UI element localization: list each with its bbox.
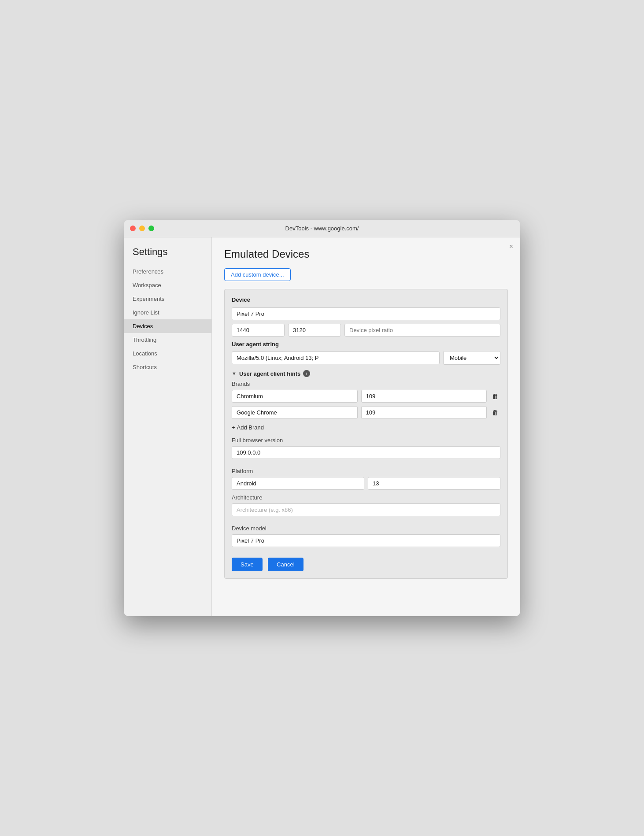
ua-type-select[interactable]: Mobile Desktop Tablet	[443, 351, 500, 365]
page-title: Emulated Devices	[224, 248, 508, 260]
device-section-label: Device	[232, 296, 500, 303]
delete-brand-button-0[interactable]: 🗑	[490, 391, 500, 402]
device-panel: Device User agent string Mobile Deskt	[224, 289, 508, 579]
window-body: Settings Preferences Workspace Experimen…	[124, 237, 520, 616]
devtools-window: DevTools - www.google.com/ Settings Pref…	[124, 220, 520, 616]
ua-string-label: User agent string	[232, 341, 500, 348]
sidebar-item-throttling[interactable]: Throttling	[124, 333, 211, 347]
full-browser-version-input[interactable]	[232, 446, 500, 459]
brand-version-input-1[interactable]	[361, 406, 487, 419]
device-name-input[interactable]	[232, 307, 500, 320]
client-hints-header[interactable]: ▼ User agent client hints i	[232, 370, 500, 377]
sidebar: Settings Preferences Workspace Experimen…	[124, 237, 212, 616]
close-window-button[interactable]: ×	[509, 243, 513, 251]
info-icon[interactable]: i	[303, 370, 310, 377]
add-brand-button[interactable]: + Add Brand	[232, 422, 264, 433]
traffic-lights	[130, 226, 154, 231]
ua-row: Mobile Desktop Tablet	[232, 351, 500, 365]
client-hints-label: User agent client hints	[239, 370, 300, 377]
height-input[interactable]	[288, 324, 341, 337]
main-content: × Emulated Devices Add custom device... …	[212, 237, 520, 616]
titlebar: DevTools - www.google.com/	[124, 220, 520, 237]
platform-row	[232, 477, 500, 490]
ua-string-input[interactable]	[232, 351, 440, 364]
pixel-ratio-input[interactable]	[344, 324, 500, 337]
add-custom-device-button[interactable]: Add custom device...	[224, 268, 291, 281]
brands-label: Brands	[232, 381, 500, 387]
architecture-label: Architecture	[232, 494, 500, 501]
sidebar-item-workspace[interactable]: Workspace	[124, 278, 211, 292]
cancel-button[interactable]: Cancel	[268, 558, 303, 571]
width-input[interactable]	[232, 324, 285, 337]
plus-icon: +	[232, 424, 235, 431]
close-button[interactable]	[130, 226, 136, 231]
add-brand-label: Add Brand	[237, 424, 264, 431]
platform-version-input[interactable]	[368, 477, 500, 490]
sidebar-item-shortcuts[interactable]: Shortcuts	[124, 360, 211, 374]
full-browser-version-label: Full browser version	[232, 437, 500, 444]
sidebar-item-preferences[interactable]: Preferences	[124, 265, 211, 278]
action-buttons: Save Cancel	[232, 558, 500, 571]
fullscreen-button[interactable]	[148, 226, 154, 231]
minimize-button[interactable]	[139, 226, 145, 231]
platform-label: Platform	[232, 468, 500, 474]
device-model-label: Device model	[232, 525, 500, 532]
window-title: DevTools - www.google.com/	[285, 225, 359, 232]
delete-brand-button-1[interactable]: 🗑	[490, 407, 500, 418]
sidebar-item-devices[interactable]: Devices	[124, 319, 211, 333]
sidebar-title: Settings	[124, 246, 211, 265]
brand-row-1: 🗑	[232, 406, 500, 419]
sidebar-item-experiments[interactable]: Experiments	[124, 292, 211, 306]
device-model-input[interactable]	[232, 534, 500, 547]
dimensions-row	[232, 324, 500, 337]
chevron-down-icon: ▼	[232, 371, 237, 376]
brand-version-input-0[interactable]	[361, 390, 487, 403]
brand-name-input-0[interactable]	[232, 390, 358, 403]
platform-input[interactable]	[232, 477, 364, 490]
brand-row-0: 🗑	[232, 390, 500, 403]
sidebar-item-ignore-list[interactable]: Ignore List	[124, 306, 211, 319]
brand-name-input-1[interactable]	[232, 406, 358, 419]
architecture-input[interactable]	[232, 503, 500, 516]
save-button[interactable]: Save	[232, 558, 263, 571]
sidebar-item-locations[interactable]: Locations	[124, 347, 211, 360]
